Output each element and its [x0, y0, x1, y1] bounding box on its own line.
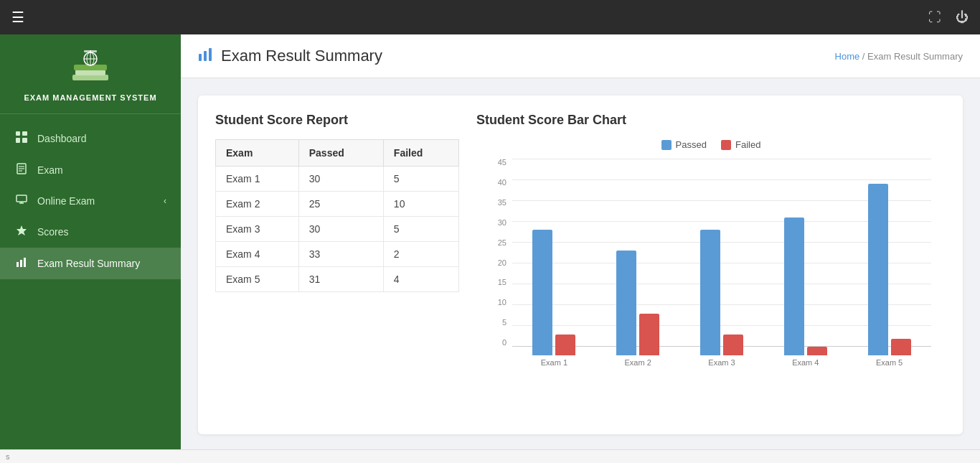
svg-rect-17 [17, 195, 27, 202]
cell-failed: 4 [383, 267, 458, 292]
sidebar-item-scores[interactable]: Scores [0, 216, 181, 248]
breadcrumb: Home / Exam Result Summary [835, 51, 963, 62]
bar-pair [532, 230, 575, 355]
chart-title: Student Score Bar Chart [476, 113, 946, 128]
status-text: s [6, 452, 10, 461]
y-axis-label: 30 [476, 219, 512, 227]
status-bar: s [0, 449, 980, 463]
svg-rect-9 [16, 131, 20, 136]
y-axis-label: 25 [476, 239, 512, 247]
bar-passed [616, 251, 636, 355]
y-axis-label: 5 [476, 319, 512, 327]
bar-x-label: Exam 2 [625, 358, 651, 367]
sidebar-item-scores-label: Scores [37, 226, 166, 238]
bar-pair [868, 184, 911, 355]
svg-marker-20 [17, 225, 27, 235]
page-title-area: Exam Result Summary [198, 46, 382, 66]
chart-bars-area: Exam 1Exam 2Exam 3Exam 4Exam 5 [512, 159, 931, 367]
sidebar: Exam Management System Dashboard Exam On… [0, 34, 181, 449]
score-table: Exam Passed Failed Exam 1305Exam 22510Ex… [215, 139, 459, 292]
sidebar-item-exam-result-summary[interactable]: Exam Result Summary [0, 248, 181, 279]
y-axis-label: 35 [476, 199, 512, 207]
exam-icon [14, 163, 29, 177]
sidebar-item-online-exam[interactable]: Online Exam ‹ [0, 186, 181, 216]
svg-rect-26 [209, 48, 212, 61]
cell-passed: 30 [298, 217, 383, 242]
cell-passed: 31 [298, 267, 383, 292]
content-card: Student Score Report Exam Passed Failed [198, 95, 963, 434]
bar-failed [807, 347, 827, 355]
online-exam-icon [14, 195, 29, 207]
breadcrumb-current: Exam Result Summary [867, 51, 963, 62]
breadcrumb-separator: / [862, 51, 867, 62]
score-report-title: Student Score Report [215, 113, 459, 128]
bar-failed [639, 314, 659, 355]
main-layout: Exam Management System Dashboard Exam On… [0, 34, 980, 449]
bar-failed [555, 335, 575, 355]
table-row: Exam 5314 [216, 267, 459, 292]
chart-inner: 051015202530354045 Exam 1Exam 2Exam 3Exa… [476, 159, 946, 367]
menu-toggle-button[interactable]: ☰ [11, 9, 24, 26]
y-axis-label: 20 [476, 259, 512, 267]
svg-rect-25 [204, 51, 207, 61]
brand-title: Exam Management System [24, 93, 156, 102]
result-summary-icon [14, 256, 29, 271]
bar-failed [723, 335, 743, 355]
bars-group: Exam 1Exam 2Exam 3Exam 4Exam 5 [512, 179, 931, 367]
power-icon[interactable]: ⏻ [956, 10, 969, 25]
legend-failed-label: Failed [735, 139, 760, 150]
bar-passed [868, 184, 888, 355]
cell-passed: 33 [298, 242, 383, 267]
scores-icon [14, 225, 29, 239]
bar-group: Exam 5 [868, 184, 911, 367]
svg-rect-11 [16, 138, 20, 143]
sidebar-item-exam[interactable]: Exam [0, 154, 181, 186]
bar-x-label: Exam 4 [792, 358, 819, 367]
svg-rect-23 [24, 258, 26, 267]
topbar: ☰ ⛶ ⏻ [0, 0, 980, 34]
table-row: Exam 4332 [216, 242, 459, 267]
bar-x-label: Exam 3 [708, 358, 735, 367]
bar-group: Exam 4 [784, 218, 827, 367]
bar-passed [700, 230, 720, 355]
bar-passed [784, 218, 804, 355]
fullscreen-icon[interactable]: ⛶ [928, 10, 941, 25]
cell-failed: 10 [383, 192, 458, 217]
col-exam: Exam [216, 140, 299, 167]
chart-section: Student Score Bar Chart Passed Failed [476, 113, 946, 417]
chevron-right-icon: ‹ [164, 196, 166, 206]
breadcrumb-home-link[interactable]: Home [835, 51, 860, 62]
cell-failed: 5 [383, 217, 458, 242]
legend-passed-label: Passed [676, 139, 707, 150]
sidebar-item-online-exam-label: Online Exam [37, 195, 155, 207]
legend-failed-color [721, 140, 731, 150]
bar-passed [532, 230, 552, 355]
bar-group: Exam 3 [700, 230, 743, 367]
cell-exam: Exam 3 [216, 217, 299, 242]
chart-legend: Passed Failed [476, 139, 946, 150]
page-title-icon [198, 46, 214, 66]
bar-group: Exam 2 [616, 251, 659, 367]
sidebar-item-result-summary-label: Exam Result Summary [37, 258, 166, 269]
content-area: Exam Result Summary Home / Exam Result S… [181, 34, 980, 449]
bar-x-label: Exam 5 [876, 358, 903, 367]
sidebar-item-dashboard[interactable]: Dashboard [0, 123, 181, 154]
svg-rect-0 [72, 75, 108, 80]
cell-exam: Exam 2 [216, 192, 299, 217]
y-axis-label: 0 [476, 339, 512, 347]
svg-rect-22 [20, 260, 22, 267]
svg-rect-10 [22, 131, 27, 136]
score-report-section: Student Score Report Exam Passed Failed [215, 113, 459, 417]
legend-passed: Passed [661, 139, 707, 150]
bar-group: Exam 1 [532, 230, 575, 367]
table-row: Exam 22510 [216, 192, 459, 217]
page-title: Exam Result Summary [221, 47, 382, 65]
cell-passed: 25 [298, 192, 383, 217]
sidebar-brand: Exam Management System [0, 34, 181, 114]
svg-rect-21 [17, 262, 19, 267]
col-failed: Failed [383, 140, 458, 167]
page-content: Student Score Report Exam Passed Failed [181, 78, 980, 449]
bar-pair [616, 251, 659, 355]
cell-exam: Exam 5 [216, 267, 299, 292]
y-axis-label: 15 [476, 279, 512, 286]
